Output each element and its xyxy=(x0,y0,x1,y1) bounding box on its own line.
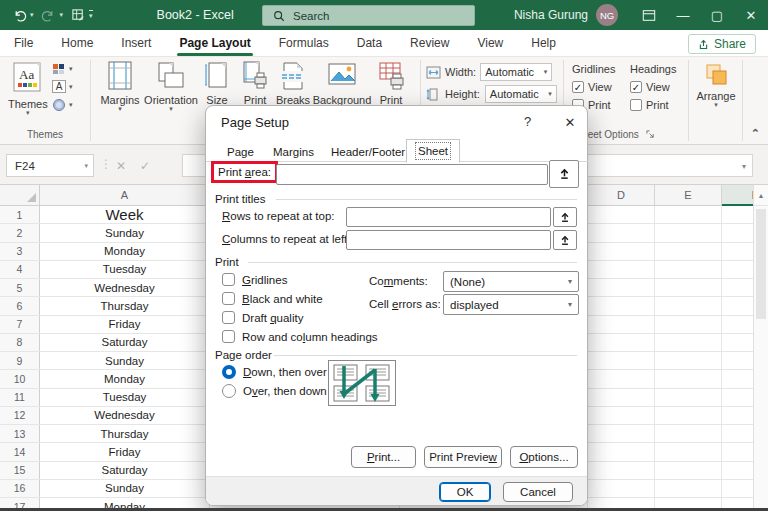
cell-empty[interactable] xyxy=(655,498,722,508)
cell-empty[interactable] xyxy=(655,443,722,460)
cell-day-value[interactable]: Sunday xyxy=(40,224,210,241)
undo-dropdown-icon[interactable]: ▾ xyxy=(30,11,34,19)
cell-empty[interactable] xyxy=(588,425,655,442)
cell-empty[interactable] xyxy=(655,279,722,296)
tab-data[interactable]: Data xyxy=(343,30,396,56)
cancel-button[interactable]: Cancel xyxy=(503,482,573,502)
cell-empty[interactable] xyxy=(655,370,722,387)
cell-day-value[interactable]: Thursday xyxy=(40,297,210,314)
tab-review[interactable]: Review xyxy=(396,30,463,56)
row-column-headings-checkbox[interactable]: Row and column headings xyxy=(222,330,378,343)
redo-icon[interactable] xyxy=(40,6,58,24)
cell-empty[interactable] xyxy=(588,261,655,278)
cell-empty[interactable] xyxy=(655,243,722,260)
cell-empty[interactable] xyxy=(588,480,655,497)
cell-empty[interactable] xyxy=(588,498,655,508)
tab-page-layout[interactable]: Page Layout xyxy=(165,30,264,56)
cell-errors-dropdown[interactable]: displayed▾ xyxy=(443,294,579,315)
cell-empty[interactable] xyxy=(588,389,655,406)
themes-button[interactable]: Aa Themes ▾ xyxy=(8,61,48,116)
row-header[interactable]: 4 xyxy=(0,261,40,278)
cell-empty[interactable] xyxy=(588,316,655,333)
columns-repeat-input[interactable] xyxy=(346,230,551,250)
cell-empty[interactable] xyxy=(655,425,722,442)
cell-empty[interactable] xyxy=(655,480,722,497)
column-header-D[interactable]: D xyxy=(588,185,655,206)
tab-home[interactable]: Home xyxy=(47,30,107,56)
row-header[interactable]: 1 xyxy=(0,206,40,223)
ok-button[interactable]: OK xyxy=(439,482,491,502)
options-button[interactable]: Options... xyxy=(510,446,578,468)
column-header-A[interactable]: A xyxy=(40,185,210,206)
quick-access-grid-icon[interactable] xyxy=(69,6,87,24)
dialog-tab-page[interactable]: Page xyxy=(216,141,265,162)
scrollbar-thumb[interactable] xyxy=(756,209,766,319)
cancel-entry-icon[interactable]: ✕ xyxy=(110,154,132,177)
row-header[interactable]: 5 xyxy=(0,279,40,296)
redo-dropdown-icon[interactable]: ▾ xyxy=(60,11,64,19)
tab-file[interactable]: File xyxy=(0,30,47,56)
headings-print-checkbox[interactable]: Print xyxy=(630,99,676,111)
cell-empty[interactable] xyxy=(655,316,722,333)
arrange-button[interactable]: Arrange ▾ xyxy=(694,61,738,108)
row-header[interactable]: 3 xyxy=(0,243,40,260)
cell-day-value[interactable]: Saturday xyxy=(40,462,210,479)
print-preview-button[interactable]: Print Preview xyxy=(424,446,502,468)
share-button[interactable]: Share xyxy=(688,34,756,54)
rows-repeat-input[interactable] xyxy=(346,207,551,227)
row-header[interactable]: 2 xyxy=(0,224,40,241)
row-header[interactable]: 9 xyxy=(0,352,40,369)
cell-empty[interactable] xyxy=(588,462,655,479)
cell-day-value[interactable]: Friday xyxy=(40,443,210,460)
name-box[interactable]: F24▾ xyxy=(6,154,94,177)
print-area-collapse-button[interactable] xyxy=(549,160,579,188)
select-all-corner[interactable] xyxy=(0,185,40,206)
cell-day-value[interactable]: Week xyxy=(40,206,210,223)
tab-formulas[interactable]: Formulas xyxy=(265,30,343,56)
dialog-help-button[interactable]: ? xyxy=(524,114,531,129)
cell-empty[interactable] xyxy=(655,334,722,351)
columns-repeat-collapse-button[interactable] xyxy=(553,230,577,250)
collapse-ribbon-icon[interactable]: ⌃ xyxy=(751,127,760,140)
cell-empty[interactable] xyxy=(588,407,655,424)
cell-empty[interactable] xyxy=(655,261,722,278)
cell-empty[interactable] xyxy=(588,370,655,387)
cell-day-value[interactable]: Thursday xyxy=(40,425,210,442)
width-dropdown[interactable]: Automatic▾ xyxy=(480,63,552,81)
over-then-down-radio[interactable]: Over, then down xyxy=(222,384,327,398)
row-header[interactable]: 17 xyxy=(0,498,40,508)
down-then-over-radio[interactable]: Down, then over xyxy=(222,365,327,379)
tab-help[interactable]: Help xyxy=(517,30,570,56)
print-area-input[interactable] xyxy=(276,164,548,185)
cell-day-value[interactable]: Sunday xyxy=(40,480,210,497)
comments-dropdown[interactable]: (None)▾ xyxy=(443,271,579,292)
gridlines-view-checkbox[interactable]: ✓View xyxy=(572,81,615,93)
undo-icon[interactable] xyxy=(10,6,28,24)
theme-colors-button[interactable]: ▾ xyxy=(52,63,73,75)
close-button[interactable]: ✕ xyxy=(734,0,768,30)
cell-day-value[interactable]: Monday xyxy=(40,498,210,508)
row-header[interactable]: 11 xyxy=(0,389,40,406)
enter-entry-icon[interactable]: ✓ xyxy=(134,154,156,177)
cell-empty[interactable] xyxy=(655,389,722,406)
print-button[interactable]: Print... xyxy=(351,446,416,468)
cell-day-value[interactable]: Wednesday xyxy=(40,279,210,296)
theme-fonts-button[interactable]: A▾ xyxy=(52,80,73,93)
cell-day-value[interactable]: Friday xyxy=(40,316,210,333)
cell-empty[interactable] xyxy=(588,243,655,260)
row-header[interactable]: 6 xyxy=(0,297,40,314)
cell-day-value[interactable]: Saturday xyxy=(40,334,210,351)
height-dropdown[interactable]: Automatic▾ xyxy=(485,85,557,103)
dialog-tab-margins[interactable]: Margins xyxy=(262,141,325,162)
row-header[interactable]: 7 xyxy=(0,316,40,333)
cell-empty[interactable] xyxy=(588,224,655,241)
cell-empty[interactable] xyxy=(655,352,722,369)
dialog-close-button[interactable]: ✕ xyxy=(558,111,582,133)
customize-quick-access-icon[interactable]: ▾ xyxy=(89,10,93,20)
scroll-up-icon[interactable]: ▲ xyxy=(754,185,768,206)
vertical-scrollbar[interactable]: ▲ xyxy=(753,185,768,508)
row-header[interactable]: 10 xyxy=(0,370,40,387)
margins-button[interactable]: Margins ▾ xyxy=(98,61,142,112)
tab-view[interactable]: View xyxy=(463,30,517,56)
cell-empty[interactable] xyxy=(655,297,722,314)
